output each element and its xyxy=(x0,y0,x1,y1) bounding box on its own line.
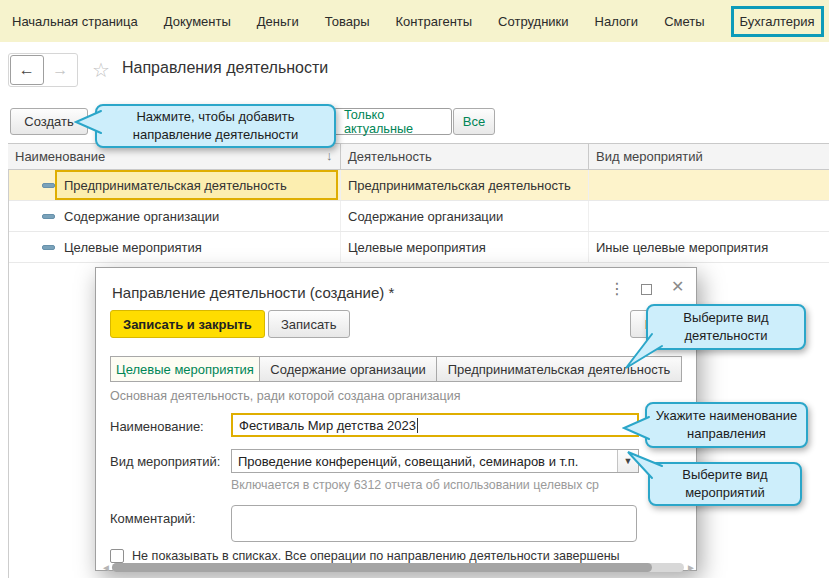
tab-org-maintenance[interactable]: Содержание организации xyxy=(259,356,437,382)
more-menu-icon[interactable]: ⋮ xyxy=(608,279,626,298)
tab-target-events[interactable]: Целевые мероприятия xyxy=(110,356,260,382)
save-button[interactable]: Записать xyxy=(268,310,350,338)
table-cell-name[interactable]: Предпринимательская деятельность xyxy=(55,170,338,200)
menu-item-employees[interactable]: Сотрудники xyxy=(498,14,568,29)
dialog-title: Направление деятельности (создание) * xyxy=(112,284,394,301)
top-menu: Начальная страница Документы Деньги Това… xyxy=(0,0,829,42)
favorite-star-icon[interactable]: ☆ xyxy=(92,58,110,82)
page-title: Направления деятельности xyxy=(122,59,328,77)
event-type-field-label: Вид мероприятий: xyxy=(110,454,220,469)
tooltip-activity-kind-arrow xyxy=(620,330,664,374)
menu-item-home[interactable]: Начальная страница xyxy=(12,14,138,29)
menu-item-counterparties[interactable]: Контрагенты xyxy=(396,14,473,29)
table-cell-event-type[interactable] xyxy=(596,201,826,231)
scroll-right-icon[interactable]: ► xyxy=(686,562,696,573)
name-input-value: Фестиваль Мир детства 2023 xyxy=(239,418,416,433)
table-cell-activity[interactable]: Предпринимательская деятельность xyxy=(348,170,583,200)
hide-in-lists-label: Не показывать в списках. Все операции по… xyxy=(132,549,620,563)
list-element-icon xyxy=(42,214,55,219)
event-type-combobox[interactable]: Проведение конференций, совещаний, семин… xyxy=(231,449,639,473)
list-element-icon xyxy=(42,183,55,188)
tooltip-name: Укажите наименование направления xyxy=(645,402,808,448)
table-cell-event-type[interactable] xyxy=(596,170,826,200)
table-cell-name[interactable]: Содержание организации xyxy=(64,201,334,231)
table-row[interactable]: Содержание организации Содержание органи… xyxy=(9,201,829,232)
all-toggle[interactable]: Все xyxy=(453,108,495,135)
menu-item-estimates[interactable]: Сметы xyxy=(664,14,704,29)
table-row[interactable]: Предпринимательская деятельность Предпри… xyxy=(9,170,829,201)
tooltip-activity-kind: Выберите вид деятельности xyxy=(646,304,806,350)
save-and-close-button[interactable]: Записать и закрыть xyxy=(110,310,265,338)
create-direction-dialog: Направление деятельности (создание) * ⋮ … xyxy=(95,267,697,571)
comment-input[interactable] xyxy=(231,505,637,542)
menu-item-accounting[interactable]: Бухгалтерия xyxy=(731,6,824,37)
table-cell-activity[interactable]: Содержание организации xyxy=(348,201,583,231)
tooltip-name-arrow xyxy=(622,414,650,442)
activity-description-text: Основная деятельность, ради которой созд… xyxy=(110,389,460,403)
comment-field-label: Комментарий: xyxy=(110,511,196,526)
history-nav-group: ← → xyxy=(8,53,78,87)
table-row[interactable]: Целевые мероприятия Целевые мероприятия … xyxy=(9,232,829,263)
table-cell-event-type[interactable]: Иные целевые мероприятия xyxy=(596,232,826,262)
menu-item-goods[interactable]: Товары xyxy=(325,14,370,29)
column-header-event-type[interactable]: Вид мероприятий xyxy=(588,144,829,169)
maximize-icon[interactable] xyxy=(641,284,652,295)
menu-item-money[interactable]: Деньги xyxy=(257,14,299,29)
table-cell-activity[interactable]: Целевые мероприятия xyxy=(348,232,583,262)
event-type-hint: Включается в строку 6312 отчета об испол… xyxy=(231,478,599,492)
forward-button[interactable]: → xyxy=(44,55,77,85)
sort-descending-icon: ↓ xyxy=(326,148,333,163)
name-field-label: Наименование: xyxy=(110,419,204,434)
horizontal-scrollbar[interactable] xyxy=(112,563,684,572)
back-button[interactable]: ← xyxy=(10,55,44,85)
only-actual-toggle[interactable]: Только актуальные xyxy=(333,108,452,135)
hide-in-lists-checkbox[interactable] xyxy=(110,549,124,563)
app-window: Начальная страница Документы Деньги Това… xyxy=(0,0,829,578)
close-icon[interactable]: ✕ xyxy=(671,277,684,296)
scrollbar-thumb[interactable] xyxy=(112,563,652,572)
menu-item-documents[interactable]: Документы xyxy=(164,14,231,29)
list-element-icon xyxy=(42,245,55,250)
name-input[interactable]: Фестиваль Мир детства 2023 xyxy=(231,413,639,437)
table-cell-name[interactable]: Целевые мероприятия xyxy=(64,232,334,262)
tooltip-create-arrow xyxy=(74,108,102,136)
event-type-value: Проведение конференций, совещаний, семин… xyxy=(238,454,578,469)
tooltip-event-kind: Выберите вид мероприятий xyxy=(648,462,802,506)
tooltip-event-kind-arrow xyxy=(622,444,666,484)
menu-item-taxes[interactable]: Налоги xyxy=(595,14,639,29)
text-caret xyxy=(417,418,418,433)
scroll-left-icon[interactable]: ◄ xyxy=(101,562,111,573)
column-header-activity[interactable]: Деятельность xyxy=(340,144,588,169)
tooltip-create: Нажмите, чтобы добавить направление деят… xyxy=(95,104,336,148)
